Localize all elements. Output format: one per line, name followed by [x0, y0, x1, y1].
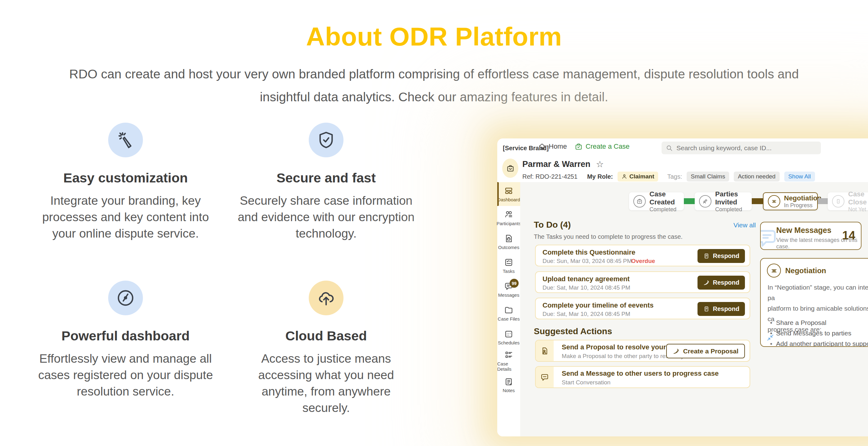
feature-title: Powerful dashboard	[29, 328, 222, 343]
respond-button[interactable]: Respond	[698, 302, 745, 316]
gauge-icon	[108, 281, 143, 315]
sidebar-item-notes[interactable]: Notes	[497, 373, 520, 397]
case-created-icon	[633, 195, 646, 207]
sidebar-item-case-files[interactable]: Case Files	[497, 301, 520, 325]
pen-icon	[673, 348, 680, 355]
view-all-link[interactable]: View all	[734, 221, 756, 229]
case-meta-row: Ref: RDO-221-4251 My Role: Claimant Tags…	[522, 172, 815, 181]
overdue-badge: Overdue	[631, 258, 655, 265]
feature-body: Integrate your branding, key processes a…	[36, 192, 215, 242]
suggested-actions-title: Suggested Actions	[534, 327, 612, 336]
feature-cloud-based: Cloud Based Access to justice means acce…	[230, 281, 422, 416]
calendar-icon	[504, 329, 514, 339]
case-ref: Ref: RDO-221-4251	[522, 173, 578, 180]
negotiation-icon	[767, 264, 781, 277]
feature-secure-and-fast: Secure and fast Securely share case info…	[230, 123, 422, 242]
cloud-upload-icon	[309, 281, 343, 315]
sidebar-item-messages[interactable]: 99 Messages	[497, 277, 520, 301]
briefcase-icon	[506, 164, 515, 173]
nav-create-case-label: Create a Case	[586, 142, 630, 150]
case-avatar	[502, 159, 518, 178]
negotiation-card: Negotiation In “Negotiation” stage, you …	[760, 258, 868, 347]
feature-title: Cloud Based	[230, 328, 422, 343]
my-role-label: My Role:	[587, 173, 613, 180]
dashboard-main: Case CreatedCompleted Parties InvitedCom…	[520, 182, 868, 436]
suggested-row-proposal: Send a Proposal to resolve your case Mak…	[535, 340, 750, 362]
feature-title: Easy customization	[29, 170, 222, 185]
todo-title: To Do (4)	[534, 220, 571, 230]
proposal-doc-icon	[536, 340, 554, 361]
feature-title: Secure and fast	[230, 170, 422, 185]
sidebar-item-outcomes[interactable]: Outcomes	[497, 230, 520, 254]
search-icon	[666, 145, 673, 151]
case-name: Parmar & Warren	[522, 160, 591, 169]
sidebar-item-schedules[interactable]: Schedules	[497, 325, 520, 349]
negotiation-bullets: Share a Proposal Send Messages to partie…	[770, 317, 868, 347]
case-close-icon	[832, 195, 844, 207]
role-badge: Claimant	[618, 172, 658, 181]
form-icon	[703, 306, 710, 312]
nav-create-case[interactable]: Create a Case	[575, 142, 630, 150]
tag-action-needed: Action needed	[734, 172, 780, 181]
case-header: Parmar & Warren ☆ Ref: RDO-221-4251 My R…	[497, 158, 868, 182]
search-box[interactable]	[661, 142, 821, 154]
create-proposal-button[interactable]: Create a Proposal	[666, 344, 745, 358]
task-row: Complete this Questionnaire Due: Sun, Ma…	[535, 245, 750, 266]
suggested-row-message: Send a Message to other users to progres…	[535, 366, 750, 388]
step-case-close[interactable]: Case CloseNot Yet	[828, 192, 868, 210]
outcomes-icon	[504, 234, 514, 243]
start-conversation-link[interactable]: Start Conversation	[562, 379, 610, 386]
chat-watermark-icon	[760, 227, 778, 249]
tasks-icon	[504, 258, 514, 267]
feature-body: Access to justice means accessing what y…	[236, 350, 416, 416]
sidebar-item-dashboard[interactable]: Dashboard	[497, 182, 520, 206]
briefcase-plus-icon	[575, 143, 583, 150]
dashboard-topbar: [Service Brand] Home Create a Case	[497, 138, 868, 158]
stepper-connector-active	[752, 198, 763, 204]
feature-easy-customization: Easy customization Integrate your brandi…	[29, 123, 222, 242]
chat-icon	[536, 367, 554, 387]
respond-button[interactable]: Respond	[698, 276, 745, 289]
search-input[interactable]	[676, 144, 816, 152]
tags-label: Tags:	[667, 173, 682, 180]
magic-wand-icon	[108, 123, 143, 157]
respond-button[interactable]: Respond	[698, 249, 745, 263]
sidebar: Dashboard Participants Outcomes Tasks 99…	[497, 182, 520, 436]
nav-home-label: Home	[549, 142, 567, 150]
tag-small-claims: Small Claims	[687, 172, 729, 181]
folder-icon	[504, 305, 514, 315]
sidebar-item-case-details[interactable]: Case Details	[497, 349, 520, 373]
stepper-connector-pending	[818, 198, 828, 204]
collapse-arrows-icon[interactable]	[766, 334, 774, 342]
stepper-connector-done	[684, 198, 695, 204]
case-details-icon	[504, 350, 514, 359]
nav-home[interactable]: Home	[538, 142, 567, 150]
feature-body: Securely share case information and evid…	[236, 192, 416, 242]
messages-badge: 99	[509, 279, 519, 288]
step-negotiation[interactable]: NegotiationIn Progress	[763, 192, 818, 210]
negotiation-step-icon	[768, 195, 780, 207]
dashboard-icon	[504, 186, 514, 196]
show-all-button[interactable]: Show All	[784, 172, 815, 181]
page-subtitle: RDO can create and host your very own br…	[0, 63, 868, 108]
step-case-created[interactable]: Case CreatedCompleted	[629, 192, 684, 210]
shield-check-icon	[309, 123, 343, 157]
participants-icon	[504, 210, 514, 219]
feature-body: Effortlessly view and manage all cases r…	[36, 350, 215, 400]
sidebar-item-participants[interactable]: Participants	[497, 206, 520, 230]
star-icon[interactable]: ☆	[596, 159, 604, 169]
new-messages-count: 14	[842, 229, 855, 242]
feature-powerful-dashboard: Powerful dashboard Effortlessly view and…	[29, 281, 222, 400]
pen-icon	[703, 279, 710, 286]
step-parties-invited[interactable]: Parties InvitedCompleted	[695, 192, 752, 210]
dashboard-panel: [Service Brand] Home Create a Case Parma…	[497, 138, 868, 436]
sidebar-item-tasks[interactable]: Tasks	[497, 254, 520, 277]
form-icon	[703, 253, 710, 259]
page-title: About ODR Platform	[0, 22, 868, 52]
task-row: Complete your timeline of eevents Due: S…	[535, 298, 750, 319]
new-messages-card[interactable]: New Messages View the latest messages on…	[760, 222, 862, 250]
task-row: Upload tenancy agreement Due: Sat, Mar 1…	[535, 271, 750, 293]
parties-invited-icon	[699, 195, 711, 207]
notes-icon	[504, 377, 514, 386]
home-icon	[538, 143, 546, 150]
